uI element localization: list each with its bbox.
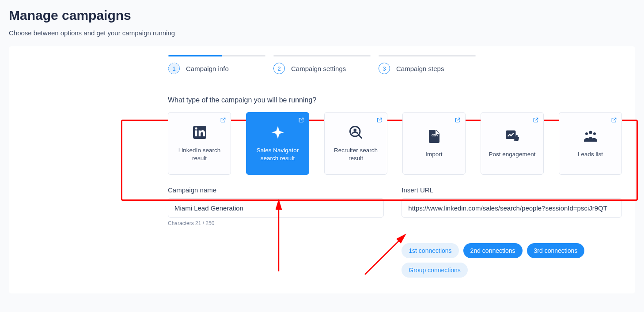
campaign-name-input[interactable] [168,198,384,218]
compass-icon [270,124,286,140]
type-card-post-engagement[interactable]: Post engagement [481,112,544,175]
step-number: 2 [273,63,285,74]
csv-file-icon: CSV [426,128,442,144]
linkedin-icon [192,124,208,140]
step-campaign-steps[interactable]: 3 Campaign steps [379,55,476,74]
type-card-recruiter-search[interactable]: Recruiter search result [324,112,387,175]
svg-point-2 [195,127,197,129]
svg-rect-1 [195,130,197,136]
type-card-import[interactable]: CSV Import [402,112,466,175]
external-link-icon [533,117,539,123]
svg-point-11 [593,132,596,135]
form-row: Campaign name Characters 21 / 250 Insert… [168,186,622,278]
insert-url-input[interactable] [402,198,622,218]
chart-thumb-icon [504,128,520,144]
external-link-icon [298,117,304,123]
chip-1st-connections[interactable]: 1st connections [402,243,458,258]
page-title: Manage campaigns [9,8,635,23]
campaign-name-label: Campaign name [168,186,384,194]
type-card-label: Post engagement [489,150,536,158]
wizard-card: 1 Campaign info 2 Campaign settings 3 Ca… [9,46,635,293]
char-counter: Characters 21 / 250 [168,220,384,226]
step-campaign-settings[interactable]: 2 Campaign settings [273,55,371,74]
type-card-label: Sales Navigator search result [251,147,304,162]
people-group-icon [583,128,599,144]
type-card-label: Recruiter search result [329,147,383,162]
stepper: 1 Campaign info 2 Campaign settings 3 Ca… [168,55,476,74]
step-progress-bar [273,55,371,56]
type-card-label: Import [425,150,442,158]
external-link-icon [376,117,383,123]
campaign-type-question: What type of the campaign you will be ru… [168,96,622,104]
page-subtitle: Choose between options and get your camp… [9,29,635,37]
chip-group-connections[interactable]: Group connections [402,263,468,278]
step-progress-bar [168,55,265,56]
external-link-icon [611,117,617,123]
external-link-icon [455,117,461,123]
chip-3rd-connections[interactable]: 3rd connections [527,243,585,258]
svg-point-5 [353,128,356,132]
chip-2nd-connections[interactable]: 2nd connections [463,243,523,258]
insert-url-label: Insert URL [402,186,622,194]
svg-point-9 [589,131,592,134]
connection-degree-chips: 1st connections 2nd connections 3rd conn… [402,243,622,278]
step-label: Campaign steps [396,65,444,72]
person-search-icon [348,124,364,140]
step-progress-bar [379,55,476,56]
external-link-icon [220,117,226,123]
step-label: Campaign info [186,65,229,72]
step-number: 1 [168,63,180,74]
type-card-leads-list[interactable]: Leads list [559,112,622,175]
type-card-sales-navigator[interactable]: Sales Navigator search result [246,112,309,175]
campaign-type-row: LinkedIn search result Sales Navigator s… [168,112,622,175]
type-card-label: Leads list [578,150,603,158]
step-campaign-info[interactable]: 1 Campaign info [168,55,265,74]
type-card-linkedin-search[interactable]: LinkedIn search result [168,112,231,175]
svg-text:CSV: CSV [432,133,438,137]
step-label: Campaign settings [291,65,346,72]
step-number: 3 [379,63,390,74]
svg-rect-8 [514,138,515,141]
type-card-label: LinkedIn search result [173,147,226,162]
svg-line-4 [359,135,362,139]
svg-point-10 [585,132,588,135]
